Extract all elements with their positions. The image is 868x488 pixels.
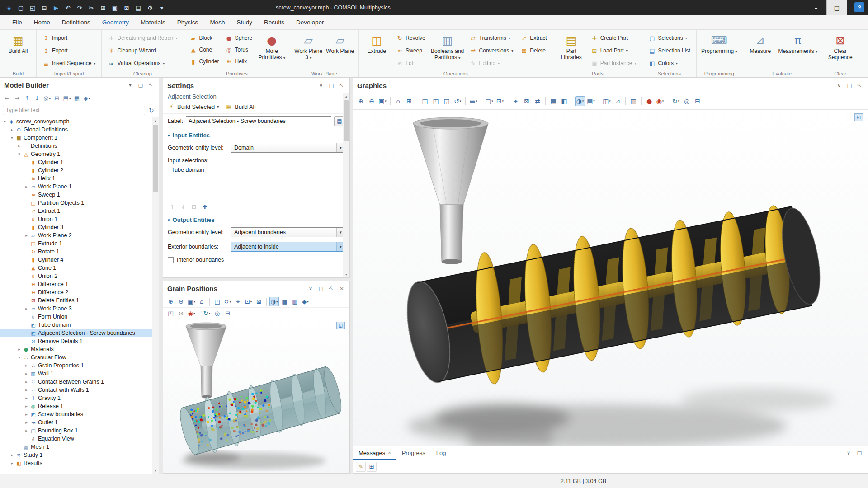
- tree-item-materials[interactable]: ▸●Materials: [0, 345, 152, 353]
- float-panel-icon[interactable]: □: [856, 449, 863, 456]
- conversions-button[interactable]: ⇌ Conversions: [467, 45, 516, 56]
- extract-button[interactable]: ↗ Extract: [518, 32, 549, 44]
- exterior-boundaries-select[interactable]: Adjacent to inside ▼: [231, 242, 345, 252]
- programming-button[interactable]: ⌨ Programming: [700, 32, 739, 56]
- tree-item-work-plane-1[interactable]: ▸▱Work Plane 1: [0, 183, 152, 191]
- tree-item-contact-between-grains-1[interactable]: ▸∷Contact Between Grains 1: [0, 378, 152, 386]
- tree-item-cylinder-4[interactable]: ▮Cylinder 4: [0, 256, 152, 264]
- insert-sequence-button[interactable]: ≣ Insert Sequence: [40, 57, 98, 69]
- lock-view-icon[interactable]: ⊘: [176, 309, 186, 318]
- scroll-up-icon[interactable]: ▲: [343, 93, 349, 99]
- menu-item-materials[interactable]: Materials: [135, 15, 171, 30]
- measurements-button[interactable]: π Measurements: [777, 32, 819, 56]
- collapse-arrow-icon[interactable]: ▾: [2, 119, 8, 124]
- help-button[interactable]: ?: [854, 2, 864, 12]
- grain-preview-canvas[interactable]: ◱: [163, 318, 349, 473]
- view-zx-icon[interactable]: ◱: [442, 96, 452, 106]
- app-icon[interactable]: ◈: [4, 2, 14, 13]
- save-icon[interactable]: ⊟: [39, 2, 50, 13]
- select-entities-icon[interactable]: ⌖: [511, 96, 521, 106]
- tab-progress[interactable]: Progress: [396, 446, 431, 460]
- float-panel-icon[interactable]: □: [317, 285, 325, 292]
- box-select-icon[interactable]: ⊡▾: [244, 297, 253, 306]
- copy-icon[interactable]: ⊞: [98, 2, 108, 13]
- torus-button[interactable]: ◎ Torus: [223, 44, 255, 56]
- work-plane-button[interactable]: ▱ Work Plane: [325, 32, 355, 56]
- expand-arrow-icon[interactable]: ▸: [24, 412, 29, 417]
- back-icon[interactable]: ←: [3, 94, 12, 103]
- color-legend-icon[interactable]: ▥: [628, 96, 638, 106]
- cylinder-button[interactable]: ▮ Cylinder: [187, 56, 222, 67]
- tree-item-granular-flow[interactable]: ▾∴Granular Flow: [0, 353, 152, 361]
- cone-button[interactable]: ▲ Cone: [187, 44, 222, 56]
- expand-arrow-icon[interactable]: ▸: [24, 380, 29, 384]
- tree-item-tube-domain[interactable]: ◩Tube domain: [0, 321, 152, 329]
- cleanup-wizard-button[interactable]: ✳ Cleanup Wizard: [105, 45, 180, 56]
- expand-arrow-icon[interactable]: ▸: [24, 363, 29, 368]
- tree-item-helix-1[interactable]: ≋Helix 1: [0, 174, 152, 183]
- collapse-all-icon[interactable]: ⊟: [52, 94, 61, 103]
- more-primitives-button[interactable]: ● More Primitives: [257, 32, 287, 62]
- input-selections-list[interactable]: Tube domain: [168, 165, 345, 200]
- view-yz-icon[interactable]: ◰: [431, 96, 441, 106]
- open-file-icon[interactable]: ◱: [27, 2, 38, 13]
- tree-item-extract-1[interactable]: ↗Extract 1: [0, 207, 152, 215]
- expand-arrow-icon[interactable]: ▸: [9, 453, 15, 457]
- expand-arrow-icon[interactable]: ▸: [9, 461, 15, 465]
- settings-icon[interactable]: ⚙: [145, 2, 156, 13]
- colors-button[interactable]: ◧ Colors: [646, 57, 693, 69]
- tree-item-union-1[interactable]: ∪Union 1: [0, 215, 152, 223]
- minimize-button[interactable]: –: [806, 0, 826, 15]
- show-icon[interactable]: ◎▾: [42, 94, 52, 103]
- editing-button[interactable]: ✎ Editing: [467, 57, 516, 69]
- expand-arrow-icon[interactable]: ▸: [24, 404, 29, 408]
- close-tab-icon[interactable]: ×: [388, 450, 391, 455]
- build-selected-button[interactable]: ⚡ Build Selected: [168, 103, 219, 110]
- expand-arrow-icon[interactable]: ▸: [24, 184, 29, 189]
- undo-icon[interactable]: ↶: [62, 2, 73, 13]
- expand-arrow-icon[interactable]: ▸: [24, 233, 29, 238]
- list-item[interactable]: Tube domain: [168, 165, 344, 174]
- tree-item-cone-1[interactable]: ▲Cone 1: [0, 264, 152, 272]
- selection-list-button[interactable]: ▤ Selection List: [646, 45, 693, 56]
- rotate-view-icon[interactable]: ↺▾: [223, 297, 232, 306]
- remove-from-list-icon[interactable]: ⊟: [189, 202, 198, 211]
- tree-item-screw-conveyor-mph[interactable]: ▾◈screw_conveyor.mph: [0, 117, 152, 126]
- tree-item-bounding-box-1[interactable]: ▸▢Bounding Box 1: [0, 427, 152, 435]
- expand-arrow-icon[interactable]: ▸: [24, 306, 29, 311]
- pin-panel-icon[interactable]: ⊥: [338, 82, 345, 89]
- menu-item-study[interactable]: Study: [231, 15, 258, 30]
- label-input[interactable]: [186, 116, 331, 126]
- zoom-extents-icon[interactable]: ▣▾: [187, 297, 196, 306]
- tab-log[interactable]: Log: [431, 446, 452, 460]
- zoom-out-icon[interactable]: ⊖: [367, 96, 377, 106]
- measure-icon[interactable]: ⊿: [613, 96, 623, 106]
- tree-item-sweep-1[interactable]: ≈Sweep 1: [0, 191, 152, 199]
- sweep-button[interactable]: ≈ Sweep: [393, 45, 428, 56]
- tree-scrollbar[interactable]: ▲ ▼: [152, 117, 159, 474]
- collapse-arrow-icon[interactable]: ▾: [16, 152, 22, 156]
- clip-plane-icon[interactable]: ◫▾: [602, 96, 612, 106]
- export-button[interactable]: ↥ Export: [40, 45, 98, 56]
- pin-panel-icon[interactable]: ⊥: [147, 82, 155, 89]
- import-button[interactable]: ↧ Import: [40, 32, 98, 44]
- panel-menu-icon[interactable]: ▾: [127, 82, 134, 89]
- menu-item-mesh[interactable]: Mesh: [204, 15, 231, 30]
- select-mode-icon[interactable]: ▢▾: [484, 96, 494, 106]
- tree-item-grain-properties-1[interactable]: ▸∴Grain Properties 1: [0, 361, 152, 370]
- plot-window-icon[interactable]: ◰: [166, 309, 175, 318]
- create-part-button[interactable]: ✚ Create Part: [588, 32, 639, 44]
- work-plane-3-button[interactable]: ▱ Work Plane 3: [293, 32, 323, 62]
- tree-item-release-1[interactable]: ▸◍Release 1: [0, 402, 152, 410]
- menu-item-physics[interactable]: Physics: [171, 15, 204, 30]
- filter-input[interactable]: [3, 106, 145, 115]
- tree-item-global-definitions[interactable]: ▸⊕Global Definitions: [0, 126, 152, 134]
- material-color-icon[interactable]: ◉▾: [187, 309, 196, 318]
- block-button[interactable]: ▰ Block: [187, 32, 222, 44]
- sphere-button[interactable]: ● Sphere: [223, 32, 255, 44]
- float-panel-icon[interactable]: □: [328, 82, 335, 89]
- move-down-icon[interactable]: ↓: [179, 202, 188, 211]
- tree-item-adjacent-selection-screw-boundaries[interactable]: ◩Adjacent Selection - Screw boundaries: [0, 329, 152, 337]
- tree-item-form-union[interactable]: ∪Form Union: [0, 313, 152, 321]
- collapse-panel-icon[interactable]: ∨: [835, 82, 843, 89]
